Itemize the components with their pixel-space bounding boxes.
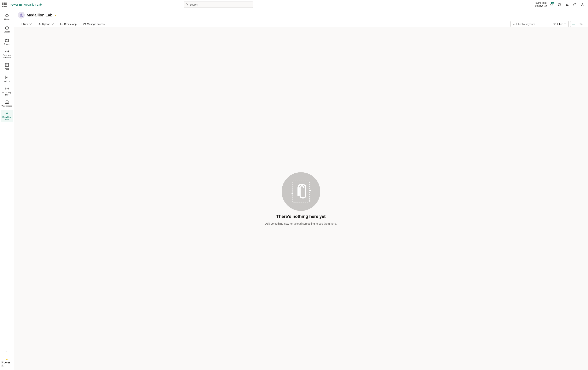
sidebar-item-home[interactable]: Home xyxy=(1,11,13,23)
new-button[interactable]: + New xyxy=(18,21,34,27)
empty-state-svg: ✦ ✦ xyxy=(287,177,315,206)
sidebar-item-medallion[interactable]: Medallion Lab xyxy=(1,110,13,122)
sidebar-item-browse[interactable]: Browse xyxy=(1,36,13,48)
settings-button[interactable] xyxy=(556,1,563,8)
manage-access-label: Manage access xyxy=(87,23,105,25)
svg-point-42 xyxy=(582,23,582,23)
empty-illustration: ✦ ✦ xyxy=(282,172,320,211)
svg-rect-17 xyxy=(7,65,8,66)
create-app-button[interactable]: Create app xyxy=(58,21,79,27)
metrics-icon xyxy=(5,75,9,79)
workspace-avatar-icon xyxy=(19,13,23,17)
svg-point-20 xyxy=(6,88,8,89)
medallion-icon xyxy=(5,111,9,116)
diamond-icon[interactable]: ⬧ xyxy=(54,13,56,17)
filter-search-icon xyxy=(513,23,515,25)
svg-rect-15 xyxy=(7,63,8,65)
browse-icon xyxy=(5,38,9,42)
svg-rect-29 xyxy=(7,359,7,360)
sidebar-item-monitoring-label: Monitoring hub xyxy=(2,91,11,96)
share-view-button[interactable] xyxy=(578,21,584,27)
plus-icon: + xyxy=(20,22,22,26)
content-area: Medallion Lab ⬧ + New Upload xyxy=(14,9,588,370)
help-icon xyxy=(573,3,577,6)
sidebar-item-create[interactable]: Create xyxy=(1,23,13,36)
create-app-label: Create app xyxy=(64,23,76,25)
svg-rect-9 xyxy=(5,39,9,42)
svg-rect-23 xyxy=(6,101,8,101)
empty-state-subtitle: Add something new, or upload something t… xyxy=(265,222,337,225)
sidebar-item-workspaces[interactable]: Workspaces xyxy=(1,97,13,110)
apps-icon xyxy=(5,63,9,67)
svg-point-27 xyxy=(7,112,7,113)
workspace-avatar xyxy=(18,11,25,19)
workspace-title-row: Medallion Lab ⬧ xyxy=(18,11,584,19)
sidebar-item-more[interactable]: ··· xyxy=(1,345,13,358)
svg-point-44 xyxy=(580,24,580,24)
upload-icon xyxy=(38,23,41,25)
sidebar-item-metrics-label: Metrics xyxy=(4,80,10,83)
search-input[interactable] xyxy=(189,3,251,6)
upload-button[interactable]: Upload xyxy=(36,21,56,27)
notification-badge: 24 xyxy=(551,2,554,4)
topbar: Power BI Medallion Lab Fabric Trial: 59 … xyxy=(0,0,588,9)
sidebar-item-onelake[interactable]: OneLake data hub xyxy=(1,48,13,60)
create-icon xyxy=(5,26,9,30)
people-icon xyxy=(83,23,86,25)
workspaces-icon xyxy=(5,100,9,104)
sidebar-item-apps-label: Apps xyxy=(5,68,9,70)
monitoring-icon xyxy=(5,86,9,91)
account-button[interactable] xyxy=(579,1,586,8)
sidebar-item-browse-label: Browse xyxy=(4,43,10,45)
svg-point-2 xyxy=(559,4,560,5)
svg-line-46 xyxy=(580,24,582,25)
workspace-label[interactable]: Medallion Lab xyxy=(24,3,42,6)
svg-rect-33 xyxy=(60,23,63,25)
view-toggle-button[interactable] xyxy=(570,21,577,27)
sidebar-item-onelake-label: OneLake data hub xyxy=(3,54,11,59)
download-button[interactable] xyxy=(564,1,570,8)
sidebar-item-metrics[interactable]: Metrics xyxy=(1,73,13,85)
sidebar-item-create-label: Create xyxy=(4,31,10,33)
toolbar: + New Upload xyxy=(18,21,584,27)
svg-point-35 xyxy=(84,23,84,24)
sidebar-item-workspaces-label: Workspaces xyxy=(1,105,12,107)
empty-state-title: There's nothing here yet xyxy=(276,214,326,219)
account-icon xyxy=(581,3,584,6)
sidebar-item-monitoring[interactable]: Monitoring hub xyxy=(1,85,13,97)
svg-point-36 xyxy=(85,23,86,24)
svg-text:✦: ✦ xyxy=(309,189,311,192)
filter-keyword-input[interactable] xyxy=(511,21,549,27)
gear-icon xyxy=(558,3,561,6)
more-options-button[interactable]: ··· xyxy=(109,21,115,27)
svg-line-45 xyxy=(580,23,582,24)
topbar-logo[interactable]: Power BI Medallion Lab xyxy=(10,3,42,6)
help-button[interactable] xyxy=(572,1,578,8)
upload-label: Upload xyxy=(42,23,50,25)
more-icon: ··· xyxy=(5,349,9,354)
share-icon xyxy=(579,22,583,25)
list-view-icon xyxy=(572,22,575,25)
filter-button[interactable]: Filter xyxy=(551,21,569,27)
search-bar[interactable] xyxy=(184,1,253,8)
svg-point-5 xyxy=(582,3,583,5)
svg-line-38 xyxy=(514,24,515,25)
filter-chevron-icon xyxy=(564,23,566,25)
chevron-down-icon xyxy=(29,23,32,25)
svg-rect-28 xyxy=(6,359,7,360)
download-icon xyxy=(565,3,569,6)
waffle-icon[interactable] xyxy=(2,2,7,7)
sidebar-item-home-label: Home xyxy=(4,18,10,21)
sidebar-powerbi-logo[interactable]: Power BI xyxy=(1,358,13,369)
svg-point-4 xyxy=(575,5,575,5)
sidebar: Home Create Browse OneLake xyxy=(0,9,14,370)
sidebar-item-apps[interactable]: Apps xyxy=(1,60,13,73)
app-icon xyxy=(60,23,63,25)
upload-chevron-icon xyxy=(52,23,54,25)
notification-button[interactable]: 24 xyxy=(549,1,555,8)
powerbi-logo-icon xyxy=(4,359,10,360)
svg-rect-14 xyxy=(5,63,7,65)
brand-label[interactable]: Power BI xyxy=(10,3,22,6)
manage-access-button[interactable]: Manage access xyxy=(81,21,107,27)
keyword-input-field[interactable] xyxy=(516,23,547,25)
